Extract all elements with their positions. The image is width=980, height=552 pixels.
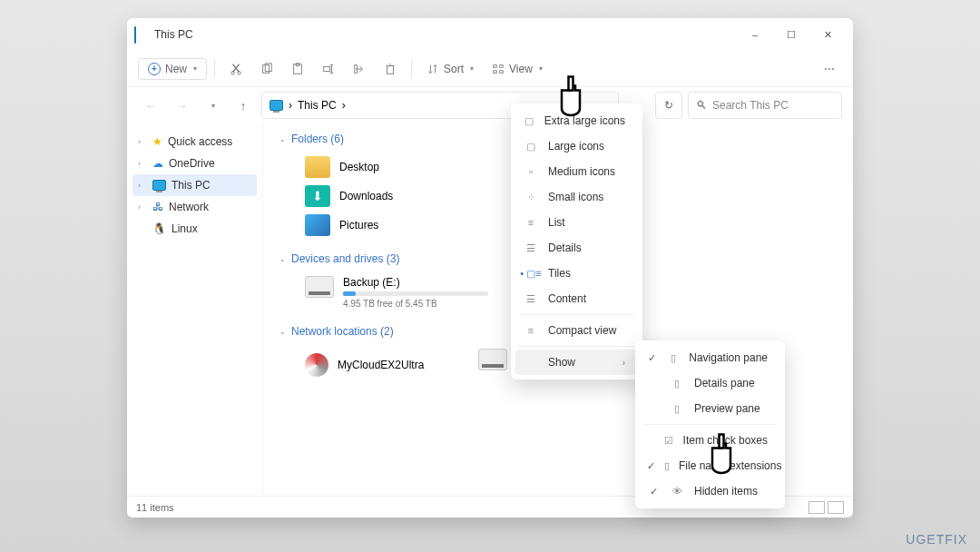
menu-details[interactable]: ☰Details	[515, 235, 638, 261]
nav-pane: ›★Quick access ›☁OneDrive ›This PC ›🖧Net…	[127, 123, 263, 496]
titlebar: This PC – ☐ ✕	[127, 18, 853, 51]
rename-icon	[322, 63, 335, 75]
breadcrumb-label: This PC	[298, 99, 337, 112]
item-count: 11 items	[136, 502, 174, 513]
copy-icon	[260, 63, 273, 75]
new-button-label: New	[165, 63, 187, 75]
menu-preview-pane[interactable]: ▯Preview pane	[640, 396, 780, 421]
sidebar-item-network[interactable]: ›🖧Network	[132, 196, 257, 218]
view-details-button[interactable]	[808, 501, 825, 514]
recent-button[interactable]: ▾	[200, 93, 225, 118]
menu-extra-large-icons[interactable]: ▢Extra large icons	[515, 108, 638, 133]
menu-content[interactable]: ☰Content	[515, 286, 638, 311]
maximize-button[interactable]: ☐	[773, 20, 809, 49]
menu-small-icons[interactable]: ⁘Small icons	[515, 184, 638, 210]
view-icon	[492, 63, 505, 75]
delete-icon	[384, 63, 397, 75]
menu-item-checkboxes[interactable]: ☑Item check boxes	[640, 428, 780, 453]
menu-large-icons[interactable]: ▢Large icons	[515, 133, 638, 159]
netloc-mycloud[interactable]: MyCloudEX2Ultra	[278, 345, 451, 385]
menu-compact-view[interactable]: ≡Compact view	[515, 318, 638, 343]
search-input[interactable]: 🔍︎ Search This PC	[688, 92, 842, 119]
overflow-button[interactable]: ⋯	[817, 58, 842, 80]
minimize-button[interactable]: –	[737, 20, 773, 49]
downloads-icon: ⬇	[305, 185, 330, 207]
chevron-down-icon: ▾	[539, 64, 543, 73]
svg-rect-10	[500, 64, 504, 67]
copy-button[interactable]	[253, 58, 280, 80]
sidebar-item-quick-access[interactable]: ›★Quick access	[132, 131, 257, 153]
pictures-icon	[305, 214, 330, 236]
up-button[interactable]: ↑	[230, 93, 256, 118]
menu-show[interactable]: Show›	[515, 350, 638, 375]
plus-icon: +	[148, 63, 161, 75]
drive-backup[interactable]: Backup (E:) 4.95 TB free of 5.45 TB	[278, 272, 515, 312]
view-dropdown-menu: ▢Extra large icons ▢Large icons ▫Medium …	[511, 104, 642, 380]
window-title: This PC	[154, 28, 737, 41]
chevron-down-icon: ▾	[193, 64, 197, 73]
menu-details-pane[interactable]: ▯Details pane	[640, 370, 780, 396]
view-button-label: View	[509, 63, 533, 75]
view-button[interactable]: View ▾	[485, 58, 550, 80]
svg-rect-11	[494, 70, 497, 73]
search-placeholder: Search This PC	[712, 99, 789, 112]
close-button[interactable]: ✕	[809, 20, 846, 49]
folder-icon	[305, 156, 330, 178]
menu-medium-icons[interactable]: ▫Medium icons	[515, 159, 638, 184]
sidebar-item-thispc[interactable]: ›This PC	[132, 174, 257, 196]
menu-file-extensions[interactable]: ✓▯File name extensions	[640, 453, 780, 478]
menu-list[interactable]: ≡List	[515, 210, 638, 235]
show-submenu: ✓▯Navigation pane ▯Details pane ▯Preview…	[635, 340, 785, 508]
svg-rect-8	[387, 65, 394, 74]
address-bar: ← → ▾ ↑ › This PC › ▾ ↻ 🔍︎ Search This P…	[127, 87, 853, 123]
drive-name: Backup (E:)	[343, 276, 488, 289]
rename-button[interactable]	[315, 58, 342, 80]
svg-rect-9	[494, 64, 497, 67]
new-button[interactable]: + New ▾	[138, 58, 207, 80]
nas-icon	[305, 353, 328, 377]
cut-icon	[230, 63, 242, 75]
share-icon	[353, 63, 366, 75]
chevron-right-icon: ›	[342, 99, 346, 112]
svg-rect-12	[500, 70, 504, 73]
drive-icon	[305, 276, 334, 298]
menu-tiles[interactable]: • ▢≡Tiles	[515, 261, 638, 286]
share-button[interactable]	[346, 58, 373, 80]
back-button[interactable]: ←	[138, 93, 163, 118]
app-icon	[134, 27, 149, 42]
delete-button[interactable]	[377, 58, 404, 80]
search-icon: 🔍︎	[696, 99, 707, 112]
chevron-down-icon: ▾	[470, 64, 474, 73]
chevron-right-icon: ›	[289, 99, 292, 112]
sort-button-label: Sort	[444, 63, 464, 75]
sidebar-item-linux[interactable]: 🐧Linux	[132, 218, 257, 240]
toolbar: + New ▾ Sort ▾ View ▾ ⋯	[127, 51, 853, 87]
menu-hidden-items[interactable]: ✓👁Hidden items	[640, 478, 780, 504]
watermark: UGETFIX	[906, 532, 967, 547]
refresh-button[interactable]: ↻	[655, 92, 682, 119]
forward-button[interactable]: →	[169, 93, 194, 118]
drive-free: 4.95 TB free of 5.45 TB	[343, 299, 488, 309]
menu-navigation-pane[interactable]: ✓▯Navigation pane	[640, 345, 780, 370]
paste-button[interactable]	[284, 58, 311, 80]
sort-button[interactable]: Sort ▾	[419, 58, 481, 80]
view-large-button[interactable]	[828, 501, 844, 514]
monitor-icon	[152, 180, 166, 191]
sidebar-item-onedrive[interactable]: ›☁OneDrive	[132, 153, 257, 174]
svg-rect-6	[324, 66, 330, 71]
sort-icon	[426, 63, 439, 75]
drive-icon	[478, 349, 507, 370]
thispc-icon	[270, 100, 283, 111]
paste-icon	[291, 63, 304, 75]
cut-button[interactable]	[222, 58, 250, 80]
